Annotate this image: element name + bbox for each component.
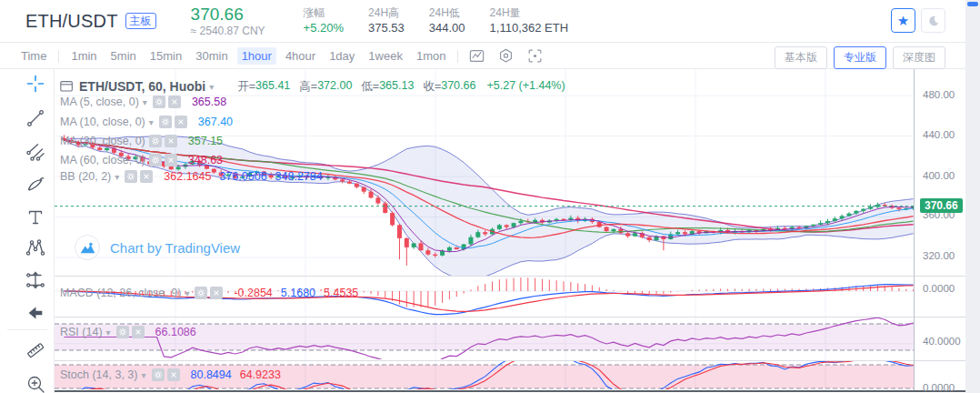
interval-1week[interactable]: 1week (364, 47, 407, 65)
price-cny: ≈ 2540.87 CNY (191, 25, 265, 38)
indicator-remove-button[interactable] (165, 135, 177, 147)
zoom-in-icon (25, 373, 46, 393)
panel-separator[interactable] (55, 276, 965, 277)
theme-toggle-button[interactable] (921, 8, 945, 33)
indicator-row-stoch: Stoch (14, 3, 3) ▾ 80.8494 64.9233 (60, 368, 281, 382)
indicator-label: MACD (12, 26, close, 9) (60, 287, 181, 299)
current-price-badge: 370.66 (920, 198, 963, 213)
indicator-settings-button[interactable] (152, 368, 165, 381)
interval-1day[interactable]: 1day (325, 47, 359, 65)
ohlc-label: 开= (237, 79, 255, 95)
tool-back-arrow[interactable] (24, 301, 47, 325)
panel-separator[interactable] (55, 360, 965, 361)
tool-pitchfork[interactable] (24, 140, 47, 164)
interval-1hour[interactable]: 1hour (237, 47, 276, 65)
indicator-settings-button[interactable] (159, 116, 172, 128)
stat-24h-low: 24H低 344.00 (429, 6, 465, 35)
indicator-label: RSI (14) (60, 326, 103, 338)
stat-label: 24H量 (490, 6, 568, 19)
chevron-down-icon[interactable]: ▾ (141, 370, 145, 380)
basic-view-button[interactable]: 基本版 (775, 46, 827, 69)
stat-value: 1,110,362 ETH (490, 21, 568, 35)
indicator-button[interactable] (465, 46, 487, 66)
stat-label: 涨幅 (304, 6, 344, 19)
indicator-row-ma5: MA (5, close, 0) ▾ 365.58 (60, 95, 226, 109)
indicator-settings-button[interactable] (153, 96, 165, 108)
interval-5min[interactable]: 5min (106, 47, 141, 65)
chevron-down-icon[interactable]: ▾ (106, 328, 111, 338)
indicator-remove-button[interactable] (210, 287, 223, 299)
tradingview-attribution[interactable]: Chart by TradingView (75, 235, 240, 260)
depth-view-button[interactable]: 深度图 (893, 46, 945, 69)
axis-tick-rsi: 40.0000 (923, 336, 961, 347)
indicator-remove-button[interactable] (165, 154, 177, 166)
chart-title: ETH/USDT, 60, Huobi (79, 79, 205, 94)
tool-xabcd-pattern[interactable] (24, 236, 47, 259)
indicator-value: 357.15 (188, 135, 223, 147)
indicator-settings-button[interactable] (125, 170, 137, 183)
chart-settings-button[interactable] (495, 46, 516, 66)
indicator-remove-button[interactable] (132, 326, 145, 338)
indicator-row-bb: BB (20, 2) ▾ 362.1645 376.0506 348.2784 (60, 169, 323, 184)
header-actions: ★ (891, 8, 945, 33)
interval-1mon[interactable]: 1mon (412, 47, 451, 65)
chart-toolbar: Time 1min 5min 15min 30min 1hour 4hour 1… (0, 44, 965, 69)
drawing-sidebar (0, 69, 55, 393)
tool-ruler[interactable] (24, 338, 47, 362)
ohlc-value: 372.00 (317, 79, 352, 95)
page-scrollbar (965, 0, 980, 393)
stats: 涨幅 +5.20% 24H高 375.53 24H低 344.00 24H量 1… (304, 6, 568, 35)
indicator-remove-button[interactable] (167, 368, 180, 381)
moon-icon (926, 14, 941, 28)
indicator-remove-button[interactable] (175, 116, 187, 128)
sidebar-divider (7, 329, 47, 330)
favorite-button[interactable]: ★ (891, 8, 915, 33)
indicator-label: MA (60, close, 0) (60, 154, 145, 166)
tool-crosshair[interactable] (24, 72, 47, 96)
board-badge: 主板 (125, 13, 156, 29)
back-arrow-icon (25, 303, 45, 323)
indicator-value: -0.2854 (234, 287, 272, 299)
indicator-settings-button[interactable] (149, 135, 162, 147)
indicator-value: 5.4535 (324, 287, 358, 299)
trend-line-icon (25, 107, 46, 129)
brush-icon (25, 174, 46, 196)
chevron-down-icon[interactable]: ▾ (209, 82, 214, 92)
interval-time[interactable]: Time (16, 47, 51, 65)
indicator-remove-button[interactable] (140, 170, 153, 183)
tool-projection[interactable] (24, 268, 47, 292)
indicator-settings-button[interactable] (195, 287, 207, 299)
chevron-down-icon[interactable]: ▾ (185, 288, 189, 298)
tradingview-logo-icon (75, 235, 100, 260)
tool-text[interactable] (24, 206, 47, 229)
interval-15min[interactable]: 15min (145, 47, 186, 65)
screenshot-button[interactable] (524, 46, 545, 66)
panel-separator[interactable] (55, 317, 965, 317)
interval-30min[interactable]: 30min (191, 47, 232, 65)
chevron-down-icon[interactable]: ▾ (149, 117, 154, 127)
tool-zoom-in[interactable] (24, 372, 47, 393)
indicator-row-rsi: RSI (14) ▾ 66.1086 (60, 325, 196, 339)
indicator-value: 80.8494 (191, 368, 232, 381)
indicator-settings-button[interactable] (149, 154, 162, 166)
ohlc-label: 收= (423, 79, 441, 95)
tool-brush[interactable] (24, 173, 47, 196)
chevron-down-icon[interactable]: ▾ (115, 172, 119, 182)
scrollbar-thumb[interactable] (967, 2, 978, 6)
chart-bottom-edge (55, 390, 965, 392)
indicator-remove-button[interactable] (168, 96, 181, 108)
price-axis-line (914, 69, 915, 391)
stat-value: +5.20% (304, 21, 344, 35)
axis-tick: 400.00 (923, 170, 955, 181)
interval-1min[interactable]: 1min (66, 47, 101, 65)
interval-4hour[interactable]: 4hour (281, 47, 320, 65)
indicator-value: 367.40 (198, 116, 233, 128)
tool-trend-line[interactable] (24, 106, 47, 130)
star-icon: ★ (897, 14, 909, 27)
stat-change: 涨幅 +5.20% (304, 6, 344, 35)
chevron-down-icon[interactable]: ▾ (143, 97, 147, 107)
ohlc-change: +5.27 (+1.44%) (486, 79, 565, 95)
pro-view-button[interactable]: 专业版 (834, 46, 886, 69)
indicator-settings-button[interactable] (116, 326, 129, 338)
settings-hexagon-icon (497, 47, 515, 65)
